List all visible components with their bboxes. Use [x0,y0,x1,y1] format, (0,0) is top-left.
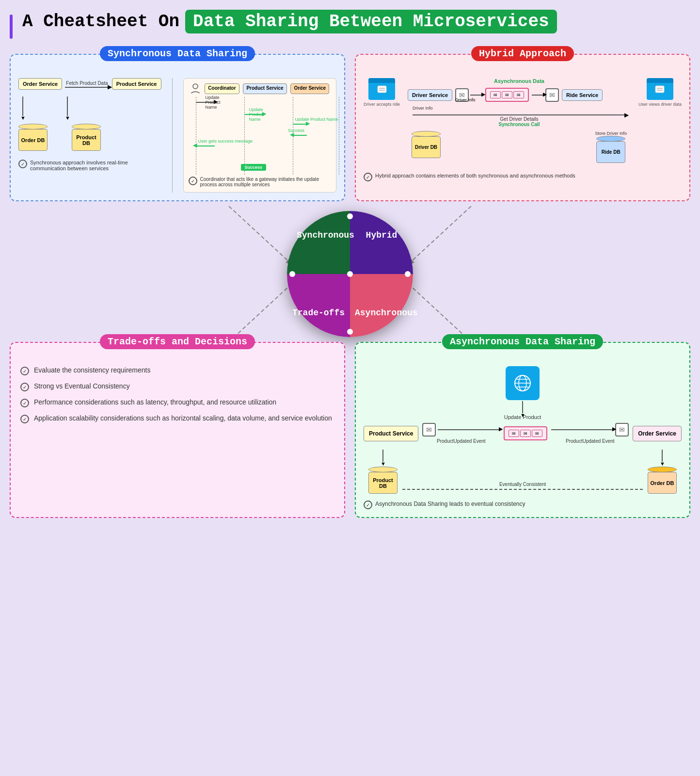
async-section-title: Asynchronous Data Sharing [442,334,603,349]
async-x-icon-1: ✉ [422,423,436,436]
env3: ✉ [513,91,524,98]
driver-info-1: Driver Info [455,97,476,102]
sync-right-note: ✓ Coordinator that acts like a gateway i… [189,177,332,187]
hybrid-section: Hybrid Approach Driver accepts ride Asyn… [355,54,690,201]
sync-section: Synchronous Data Sharing Order Service F… [10,54,345,201]
driver-accepts-label: Driver accepts ride [364,102,400,107]
svg-point-0 [193,84,198,89]
pie-chart: Synchronous Hybrid Trade-offs Asynchrono… [287,211,413,337]
async-product-db: Product DB [368,467,398,494]
async-order-service-box: Order Service [633,426,682,441]
async-product-service-box: Product Service [364,426,418,441]
driver-info-2-label: Driver Info [413,106,433,111]
fetch-label: Fetch Product Data [66,81,108,86]
x-envelope-icon-2: ✉ [545,88,559,102]
tradeoff-item-1: ✓ Evaluate the consistency requirements [20,366,334,375]
product-service-box-left: Product Service [112,78,161,90]
driver-service-box: Driver Service [408,89,452,101]
message-queue-hybrid: ✉ ✉ ✉ [485,88,529,102]
async-note: ✓ Asynchronous Data Sharing leads to eve… [364,501,682,509]
seq-diagram: Coordinator Product Service Order Servic… [183,78,337,193]
tradeoffs-section: Trade-offs and Decisions ✓ Evaluate the … [10,342,345,518]
tradeoff-item-4: ✓ Application scalability considerations… [20,414,334,423]
order-db-shape: Order DB [18,124,48,151]
async-x-icon-2: ✉ [615,423,629,436]
store-driver-label: Store Driver Info [595,131,627,136]
svg-rect-1 [378,86,386,93]
async-message-queue: ✉ ✉ ✉ [504,426,547,440]
hybrid-note: ✓ Hybrid approach contains elements of b… [364,173,682,181]
file-icon-2 [654,84,665,94]
sync-section-title: Synchronous Data Sharing [100,46,255,61]
async-env2: ✉ [520,430,531,437]
async-env1: ✉ [509,430,519,437]
get-driver-label: Get Driver Details [408,116,631,122]
async-event1-label: ProductUpdated Event [437,438,486,444]
tradeoffs-list: ✓ Evaluate the consistency requirements … [20,366,334,423]
globe-icon [506,366,540,400]
sync-left-note: ✓ Synchronous approach involves real-tim… [18,160,161,171]
hybrid-section-title: Hybrid Approach [471,46,574,61]
sync-call-label: Synchronous Call [408,122,631,127]
user-views-label: User views driver data [638,102,682,107]
eventually-consistent-label: Eventually Consistent [499,482,546,487]
async-event2-label: ProductUpdated Event [566,438,615,444]
product-db-shape: Product DB [72,124,101,151]
async-env3: ✉ [532,430,542,437]
async-section: Asynchronous Data Sharing ▼ Update Produ… [355,342,690,518]
page-title: A Cheatsheet On Data Sharing Between Mic… [22,10,557,33]
success-badge: Success [241,164,267,171]
async-order-db: Order DB [648,467,677,494]
title-accent [10,15,13,39]
title-prefix: A Cheatsheet On [22,12,179,32]
async-label: Asynchronous Data [408,78,631,84]
person-icon [190,83,201,94]
ride-db-shape: Ride DB [596,136,625,163]
tradeoffs-section-title: Trade-offs and Decisions [100,334,255,349]
order-service-box: Order Service [18,78,62,90]
driver-db-shape: Driver DB [412,131,441,163]
svg-line-9 [229,284,292,342]
svg-line-8 [408,206,471,264]
env2: ✉ [502,91,512,98]
svg-rect-4 [655,86,664,93]
tradeoff-item-2: ✓ Strong vs Eventual Consistency [20,382,334,391]
file-icon [377,84,387,94]
center-pie-area: Synchronous Hybrid Trade-offs Asynchrono… [10,206,690,342]
title-highlight: Data Sharing Between Microservices [185,10,557,33]
env1: ✉ [490,91,501,98]
ride-service-box: Ride Service [562,89,603,101]
tradeoff-item-3: ✓ Performance considerations such as lat… [20,398,334,407]
svg-line-7 [229,206,292,264]
